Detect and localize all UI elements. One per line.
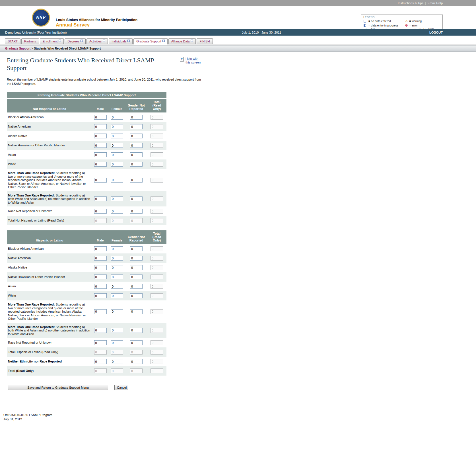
female-count-input[interactable]	[111, 196, 123, 201]
input-cell	[125, 263, 147, 272]
page-description: Report the number of LSAMP students ente…	[7, 77, 205, 86]
gender-not-reported-count-input[interactable]	[130, 284, 143, 289]
female-count-input	[111, 368, 123, 373]
gender-not-reported-count-input[interactable]	[130, 309, 143, 314]
female-count-input[interactable]	[111, 115, 123, 120]
gender-not-reported-count-input[interactable]	[130, 359, 143, 364]
gender-not-reported-count-input[interactable]	[130, 328, 143, 333]
male-count-input[interactable]	[94, 284, 107, 289]
tab-individuals[interactable]: Individuals	[109, 38, 133, 44]
male-count-input[interactable]	[94, 124, 107, 129]
gender-not-reported-count-input[interactable]	[130, 196, 143, 201]
input-cell	[147, 291, 166, 300]
female-count-input[interactable]	[111, 328, 123, 333]
gender-not-reported-count-input[interactable]	[130, 124, 143, 129]
input-cell	[92, 216, 108, 225]
female-count-input[interactable]	[111, 284, 123, 289]
male-count-input[interactable]	[94, 359, 107, 364]
gender-not-reported-count-input[interactable]	[130, 162, 143, 167]
tab-partners[interactable]: Partners	[21, 38, 39, 44]
tab-label: Degrees	[67, 40, 79, 43]
tab-enrollment[interactable]: Enrollment	[40, 38, 64, 44]
input-cell	[147, 253, 166, 263]
table-row: Race Not Reported or Unknown	[7, 206, 166, 216]
total-readonly-input	[151, 350, 163, 355]
input-cell	[92, 150, 108, 159]
female-count-input[interactable]	[111, 178, 123, 183]
logout-link[interactable]: LOGOUT	[429, 29, 443, 36]
male-count-input[interactable]	[94, 134, 107, 138]
row-label: Black or African American	[7, 244, 92, 253]
male-count-input[interactable]	[94, 209, 107, 214]
female-count-input[interactable]	[111, 340, 123, 345]
male-count-input[interactable]	[94, 265, 107, 270]
female-count-input[interactable]	[111, 246, 123, 251]
instructions-tips-link[interactable]: Instructions & Tips	[398, 1, 423, 5]
female-count-input[interactable]	[111, 143, 123, 148]
tab-start[interactable]: START	[5, 38, 20, 44]
male-count-input[interactable]	[94, 143, 107, 148]
female-count-input[interactable]	[111, 256, 123, 261]
male-count-input[interactable]	[94, 328, 107, 333]
column-header: Male	[92, 230, 108, 244]
gender-not-reported-count-input[interactable]	[130, 246, 143, 251]
gender-not-reported-count-input[interactable]	[130, 134, 143, 138]
female-count-input[interactable]	[111, 152, 123, 157]
male-count-input[interactable]	[94, 256, 107, 261]
input-cell	[147, 300, 166, 323]
male-count-input[interactable]	[94, 340, 107, 345]
legend-label: = error	[409, 23, 418, 28]
gender-not-reported-count-input[interactable]	[130, 293, 143, 298]
breadcrumb-link-graduate-support[interactable]: Graduate Support	[5, 47, 30, 50]
legend-item: = data entry in progress	[363, 23, 404, 28]
table-row: Alaska Native	[7, 263, 166, 272]
help-icon[interactable]: ?	[180, 57, 184, 62]
save-and-return-button[interactable]: Save and Return to Graduate Support Menu	[8, 385, 108, 390]
male-count-input[interactable]	[94, 293, 107, 298]
help-with-this-screen-link[interactable]: Help with this screen	[186, 57, 204, 64]
female-count-input[interactable]	[111, 134, 123, 138]
row-label: Asian	[7, 282, 92, 291]
input-cell	[125, 357, 147, 366]
female-count-input[interactable]	[111, 309, 123, 314]
gender-not-reported-count-input[interactable]	[130, 256, 143, 261]
male-count-input	[94, 218, 107, 223]
total-readonly-input	[151, 178, 163, 183]
input-cell	[108, 357, 125, 366]
tab-activities[interactable]: Activities	[86, 38, 108, 44]
female-count-input[interactable]	[111, 293, 123, 298]
email-help-link[interactable]: Email Help	[428, 1, 443, 5]
no-data-checkbox-icon	[103, 40, 105, 42]
tab-alliance-data[interactable]: Alliance Data	[168, 38, 196, 44]
male-count-input[interactable]	[94, 115, 107, 120]
male-count-input[interactable]	[94, 246, 107, 251]
table-row: Black or African American	[7, 112, 166, 122]
male-count-input[interactable]	[94, 196, 107, 201]
male-count-input[interactable]	[94, 275, 107, 279]
row-label: Asian	[7, 150, 92, 159]
female-count-input[interactable]	[111, 275, 123, 279]
gender-not-reported-count-input[interactable]	[130, 143, 143, 148]
male-count-input[interactable]	[94, 162, 107, 167]
gender-not-reported-count-input[interactable]	[130, 340, 143, 345]
female-count-input[interactable]	[111, 209, 123, 214]
gender-not-reported-count-input[interactable]	[130, 115, 143, 120]
gender-not-reported-count-input[interactable]	[130, 275, 143, 279]
tab-finish[interactable]: FINISH	[197, 38, 213, 44]
female-count-input[interactable]	[111, 265, 123, 270]
input-cell	[125, 253, 147, 263]
female-count-input[interactable]	[111, 359, 123, 364]
gender-not-reported-count-input[interactable]	[130, 209, 143, 214]
tab-graduate-support[interactable]: Graduate Support	[133, 38, 167, 44]
female-count-input[interactable]	[111, 124, 123, 129]
gender-not-reported-count-input[interactable]	[130, 265, 143, 270]
tab-degrees[interactable]: Degrees	[65, 38, 86, 44]
gender-not-reported-count-input[interactable]	[130, 152, 143, 157]
male-count-input[interactable]	[94, 152, 107, 157]
male-count-input[interactable]	[94, 309, 107, 314]
female-count-input[interactable]	[111, 162, 123, 167]
cancel-button[interactable]: Cancel	[114, 385, 128, 390]
total-readonly-input	[151, 293, 163, 298]
gender-not-reported-count-input[interactable]	[130, 178, 143, 183]
male-count-input[interactable]	[94, 178, 107, 183]
